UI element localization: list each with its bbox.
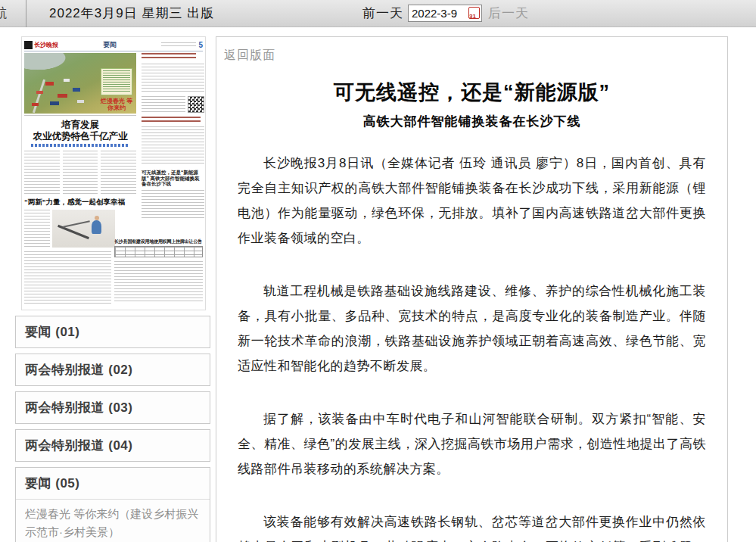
nav-link-partial[interactable]: 航 — [0, 0, 26, 27]
article-title: 可无线遥控，还是“新能源版” — [216, 79, 727, 106]
thumb-photo-road — [33, 79, 45, 114]
thumb-body-columns — [24, 151, 136, 195]
sidebar-item-yaowen-05[interactable]: 要闻 (05) — [16, 468, 210, 499]
sidebar-item-yaowen-01[interactable]: 要闻 (01) — [15, 316, 210, 348]
thumb-photo-caption-line — [24, 115, 136, 117]
thumb-machine-bar — [58, 225, 89, 239]
thumb-section-title: 要闻 — [58, 40, 161, 50]
thumb-right-text-lines — [142, 64, 204, 92]
thumb-headline-main: 培育发展 农业优势特色千亿产业 — [24, 120, 136, 142]
article-panel: 返回版面 可无线遥控，还是“新能源版” 高铁大部件智能铺换装备在长沙下线 长沙晚… — [216, 36, 728, 542]
sidebar: 长沙晚报 要闻 5 烂漫春光 等你来约 培育发展 农业优势特色千 — [15, 36, 210, 542]
thumb-worker-figure — [92, 220, 101, 234]
thumb-right-headline-lines — [142, 117, 201, 123]
thumb-text-column — [114, 261, 203, 304]
article-paragraph: 据了解，该装备由中车时代电子和山河智能联合研制。双方紧扣“智能、安全、精准、绿色… — [238, 406, 706, 481]
thumb-paper-name: 长沙晚报 — [34, 41, 58, 49]
thumb-roof — [32, 103, 39, 106]
thumb-roof — [77, 100, 84, 103]
thumb-photo-badge-text: 烂漫春光 等你来约 — [98, 98, 135, 111]
thumb-aerial-photo: 烂漫春光 等你来约 — [24, 53, 136, 114]
thumb-photo-textbox — [101, 68, 132, 95]
thumb-qr-row — [142, 96, 204, 113]
article-paragraph: 长沙晚报3月8日讯（全媒体记者 伍玲 通讯员 廖宁）8日，国内首创、具有完全自主… — [238, 151, 706, 251]
date-picker-field[interactable]: 31 — [408, 5, 482, 22]
thumb-roof — [73, 88, 80, 92]
thumb-right-column: 可无线遥控，还是“新能源版” 高铁大部件智能铺换装备在长沙下线 — [142, 53, 204, 238]
sidebar-item-lianghui-02[interactable]: 两会特别报道 (02) — [15, 354, 210, 386]
thumb-machine-bar — [63, 220, 90, 227]
thumb-right-text-lines — [142, 126, 204, 166]
thumb-text-column — [101, 151, 136, 195]
thumb-masthead-meta: 5 — [161, 41, 203, 49]
thumb-roof — [64, 79, 70, 82]
prev-day-button[interactable]: 前一天 — [362, 5, 403, 22]
thumb-roof — [58, 94, 67, 98]
next-day-button-disabled[interactable]: 后一天 — [488, 5, 529, 22]
thumb-roof — [50, 101, 59, 105]
sidebar-item-lianghui-04[interactable]: 两会特别报道 (04) — [15, 429, 210, 462]
article-subtitle: 高铁大部件智能铺换装备在长沙下线 — [216, 113, 727, 130]
thumb-headline-second: “两新”力量，感觉一起创享幸福 — [24, 198, 138, 207]
thumb-masthead-meta-lines — [161, 42, 196, 48]
sidebar-article-link[interactable]: 烂漫春光 等你来约（建设乡村振兴示范市·乡村美景） — [16, 499, 210, 542]
thumb-headline-line2: 农业优势特色千亿产业 — [24, 131, 136, 142]
thumb-subtitle-bar — [31, 144, 129, 147]
date-input[interactable] — [409, 7, 465, 20]
article-paragraph: 该装备能够有效解决高速铁路长钢轨、岔芯等道岔大部件更换作业中仍然依赖大量人工和小… — [238, 509, 706, 542]
thumb-right-headline-lines — [142, 53, 196, 60]
top-nav-bar: 航 2022年3月9日 星期三 出版 前一天 31 后一天 — [0, 0, 756, 27]
publish-date-label: 2022年3月9日 星期三 出版 — [49, 5, 214, 22]
thumb-masthead: 长沙晚报 要闻 5 — [24, 39, 203, 51]
thumb-page-number: 5 — [198, 41, 203, 49]
thumb-right-text-lines — [142, 96, 185, 113]
back-to-page-link[interactable]: 返回版面 — [224, 48, 275, 64]
thumb-current-article-teaser: 可无线遥控，还是“新能源版” 高铁大部件智能铺换装备在长沙下线 — [142, 170, 204, 187]
calendar-icon-day: 31 — [469, 13, 476, 20]
thumb-roof — [36, 91, 43, 94]
article-paragraph: 轨道工程机械是铁路基础设施线路建设、维修、养护的综合性机械化施工装备，具有小批量… — [238, 279, 706, 378]
thumb-text-column — [24, 210, 50, 248]
thumb-photo-textbox-lines — [103, 70, 130, 93]
thumb-headline-line1: 培育发展 — [24, 120, 136, 131]
calendar-icon[interactable]: 31 — [468, 7, 480, 19]
thumb-right-text-lines — [142, 190, 204, 220]
thumb-text-column — [24, 251, 111, 304]
sidebar-item-lianghui-03[interactable]: 两会特别报道 (03) — [15, 391, 210, 424]
thumb-text-column — [63, 151, 98, 195]
article-body: 长沙晚报3月8日讯（全媒体记者 伍玲 通讯员 廖宁）8日，国内首创、具有完全自主… — [238, 151, 706, 542]
thumb-mid-section — [24, 210, 115, 248]
day-navigation: 前一天 31 后一天 — [362, 5, 529, 22]
thumb-notice-headline: 长沙县国有建设用地使用权网上挂牌出让公告 — [114, 238, 204, 245]
thumb-text-column — [24, 151, 60, 195]
sidebar-group-yaowen-05: 要闻 (05) 烂漫春光 等你来约（建设乡村振兴示范市·乡村美景） 培育发展农业… — [15, 467, 210, 542]
thumb-logo-icon — [24, 41, 33, 49]
newspaper-page-thumbnail[interactable]: 长沙晚报 要闻 5 烂漫春光 等你来约 培育发展 农业优势特色千 — [21, 36, 206, 310]
thumb-worker-photo — [52, 210, 115, 248]
thumb-roof — [45, 82, 54, 86]
thumb-qr-code — [188, 96, 204, 113]
thumb-notice-table — [114, 246, 203, 257]
